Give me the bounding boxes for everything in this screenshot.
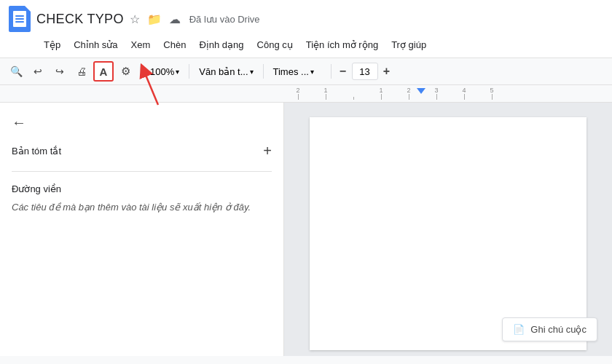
- undo-button[interactable]: ↩: [28, 61, 48, 82]
- document-area: 📄 Ghi chú cuộc: [284, 103, 612, 356]
- sidebar: ← Bản tóm tắt + Đường viền Các tiêu đề m…: [0, 103, 284, 356]
- menu-bar: Tệp Chỉnh sửa Xem Chèn Định dạng Công cụ…: [0, 35, 612, 58]
- toolbar-separator-2: [189, 64, 189, 79]
- ruler-marks: 2 1 1 2 3 4 5: [284, 87, 506, 100]
- footnote-icon: 📄: [513, 324, 525, 335]
- title-icons: ☆ 📁 ☁: [130, 12, 181, 26]
- sidebar-section-header: Bản tóm tắt +: [12, 143, 272, 165]
- title-bar: CHECK TYPO ☆ 📁 ☁ Đã lưu vào Drive: [0, 0, 612, 35]
- redo-icon: ↪: [55, 66, 64, 77]
- sidebar-outline-title: Đường viền: [12, 183, 272, 194]
- paint-format-icon: A: [100, 66, 108, 78]
- print-button[interactable]: 🖨: [71, 61, 92, 82]
- menu-tools[interactable]: Công cụ: [251, 36, 299, 53]
- saved-status: Đã lưu vào Drive: [189, 14, 260, 25]
- font-size-increase-button[interactable]: +: [380, 63, 394, 80]
- sidebar-divider: [12, 171, 272, 172]
- font-size-area: − +: [336, 63, 394, 80]
- menu-insert[interactable]: Chèn: [157, 36, 192, 53]
- page-title: CHECK TYPO: [36, 12, 124, 27]
- redo-button[interactable]: ↪: [50, 61, 70, 82]
- style-dropdown-icon: ▾: [250, 68, 254, 76]
- back-button[interactable]: ←: [12, 114, 272, 131]
- font-size-decrease-button[interactable]: −: [336, 63, 350, 80]
- sidebar-section-title: Bản tóm tắt: [12, 146, 61, 157]
- menu-format[interactable]: Định dạng: [193, 36, 249, 53]
- style-value: Văn bản t...: [199, 66, 248, 77]
- menu-file[interactable]: Tệp: [38, 36, 66, 53]
- cloud-icon: ☁: [169, 12, 181, 26]
- sidebar-add-button[interactable]: +: [263, 143, 272, 159]
- print-icon: 🖨: [76, 66, 87, 77]
- spellcheck-icon: ⚙: [121, 65, 130, 78]
- zoom-selector[interactable]: 100% ▾: [145, 64, 184, 79]
- paint-format-button[interactable]: A: [93, 61, 114, 82]
- zoom-dropdown-icon: ▾: [176, 68, 179, 76]
- font-dropdown-icon: ▾: [310, 68, 314, 76]
- style-selector[interactable]: Văn bản t... ▾: [194, 64, 258, 79]
- footnote-label: Ghi chú cuộc: [530, 324, 586, 335]
- footnote-button[interactable]: 📄 Ghi chú cuộc: [502, 317, 597, 341]
- menu-help[interactable]: Trợ giúp: [385, 36, 432, 53]
- font-selector[interactable]: Times ... ▾: [268, 64, 326, 79]
- search-icon: 🔍: [10, 66, 23, 77]
- main-content: ← Bản tóm tắt + Đường viền Các tiêu đề m…: [0, 103, 612, 356]
- document-page: [310, 117, 586, 350]
- sidebar-outline-desc: Các tiêu đề mà bạn thêm vào tài liệu sẽ …: [12, 200, 272, 215]
- ruler: 2 1 1 2 3 4 5: [0, 85, 612, 103]
- undo-icon: ↩: [34, 66, 42, 77]
- toolbar: 🔍 ↩ ↪ 🖨 A ⚙ 100% ▾ Văn bản t... ▾ Times …: [0, 58, 612, 85]
- folder-icon[interactable]: 📁: [147, 12, 162, 26]
- menu-view[interactable]: Xem: [125, 36, 157, 53]
- spellcheck-button[interactable]: ⚙: [115, 61, 136, 82]
- zoom-value: 100%: [150, 66, 174, 77]
- toolbar-separator-1: [140, 64, 141, 79]
- search-button[interactable]: 🔍: [6, 61, 26, 82]
- menu-edit[interactable]: Chỉnh sửa: [68, 36, 123, 53]
- star-icon[interactable]: ☆: [130, 12, 140, 26]
- toolbar-separator-3: [263, 64, 264, 79]
- font-size-input[interactable]: [352, 63, 378, 80]
- ruler-marker: [417, 88, 425, 94]
- menu-extensions[interactable]: Tiện ích mở rộng: [300, 36, 384, 53]
- toolbar-separator-4: [331, 64, 332, 79]
- font-value: Times ...: [273, 66, 309, 77]
- doc-icon: [9, 6, 31, 32]
